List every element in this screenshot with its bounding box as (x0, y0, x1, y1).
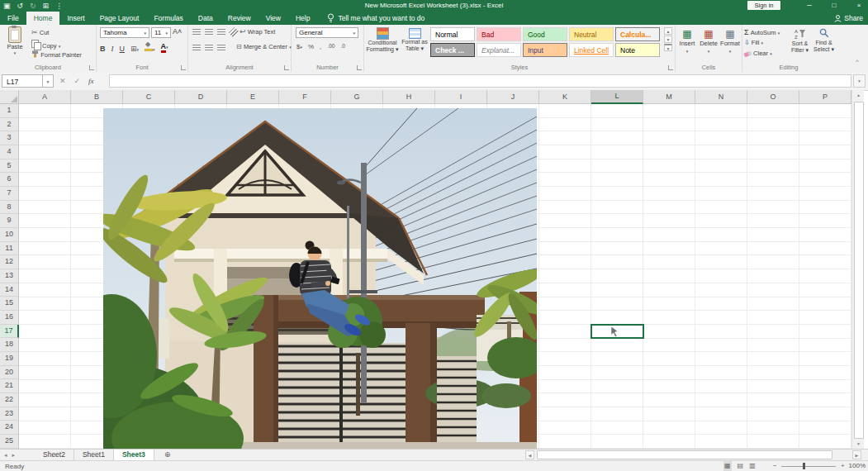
row-header-14[interactable]: 14 (0, 283, 19, 297)
align-left-button[interactable] (192, 45, 201, 51)
row-header-2[interactable]: 2 (0, 118, 19, 132)
column-header-K[interactable]: K (539, 90, 591, 104)
format-cells-button[interactable]: ▦ Format▾ (719, 25, 741, 61)
zoom-in-button[interactable]: + (841, 461, 845, 471)
row-header-9[interactable]: 9 (0, 214, 19, 228)
column-header-O[interactable]: O (747, 90, 799, 104)
style-neutral[interactable]: Neutral (569, 27, 614, 41)
horizontal-scroll-thumb[interactable] (537, 450, 832, 459)
column-header-M[interactable]: M (643, 90, 695, 104)
delete-cells-button[interactable]: ▦ Delete▾ (698, 25, 719, 61)
align-middle-button[interactable] (205, 29, 213, 36)
style-explanat-[interactable]: Explanat... (477, 43, 521, 57)
paste-dropdown-arrow[interactable]: ▾ (2, 50, 27, 55)
align-bottom-button[interactable] (217, 29, 225, 36)
tab-home[interactable]: Home (26, 12, 60, 25)
style-good[interactable]: Good (523, 27, 567, 41)
underline-button[interactable]: U (120, 45, 126, 53)
clipboard-dialog-launcher[interactable] (89, 65, 94, 70)
share-button[interactable]: Share (834, 12, 863, 25)
align-top-button[interactable] (192, 29, 201, 36)
column-header-D[interactable]: D (175, 90, 227, 104)
column-header-L[interactable]: L (591, 90, 643, 104)
paste-button[interactable]: Paste ▾ (2, 26, 27, 55)
number-dialog-launcher[interactable] (357, 65, 362, 70)
font-name-select[interactable]: Tahoma▾ (100, 27, 149, 38)
row-header-12[interactable]: 12 (0, 255, 19, 269)
autosum-button[interactable]: Σ AutoSum ▾ (744, 28, 780, 36)
formula-input[interactable] (109, 74, 851, 88)
tab-page-layout[interactable]: Page Layout (92, 12, 147, 25)
tell-me-box[interactable]: Tell me what you want to do (317, 12, 425, 25)
row-header-18[interactable]: 18 (0, 338, 19, 352)
merge-center-button[interactable]: ⊟ Merge & Center ▾ (236, 43, 292, 50)
tab-help[interactable]: Help (288, 12, 317, 25)
decrease-decimal-button[interactable]: .0 (340, 43, 344, 50)
row-header-8[interactable]: 8 (0, 201, 19, 215)
orientation-button[interactable] (229, 27, 240, 38)
vertical-scrollbar[interactable]: ▲ ▼ (851, 90, 864, 449)
format-as-table-button[interactable]: Format asTable ▾ (401, 28, 429, 52)
insert-cells-button[interactable]: ▦ Insert▾ (676, 25, 698, 61)
row-header-17[interactable]: 17 (0, 325, 19, 339)
percent-style-button[interactable]: % (308, 43, 314, 50)
collapse-ribbon-icon[interactable]: ^ (856, 58, 859, 65)
new-sheet-button[interactable]: ⊕ (164, 450, 171, 460)
zoom-out-button[interactable]: − (773, 461, 777, 471)
fill-color-button[interactable]: ▾ (145, 43, 155, 53)
row-header-15[interactable]: 15 (0, 297, 19, 311)
cut-button[interactable]: ✂ Cut (31, 28, 49, 36)
normal-view-icon[interactable]: ▦ (723, 461, 732, 471)
column-header-F[interactable]: F (279, 90, 331, 104)
alignment-dialog-launcher[interactable] (284, 65, 289, 70)
tab-data[interactable]: Data (191, 12, 221, 25)
sheet-tab-sheet2[interactable]: Sheet2 (35, 450, 74, 460)
italic-button[interactable]: I (111, 45, 114, 53)
cancel-icon[interactable]: ✕ (59, 77, 66, 85)
row-header-19[interactable]: 19 (0, 352, 19, 366)
style-linked-cell[interactable]: Linked Cell (569, 43, 614, 57)
style-normal[interactable]: Normal (430, 27, 475, 41)
grow-font-button[interactable]: A˄ (173, 27, 182, 36)
clear-button[interactable]: Clear ▾ (744, 50, 772, 57)
column-header-N[interactable]: N (695, 90, 747, 104)
increase-decimal-button[interactable]: .00 (327, 43, 334, 50)
close-button[interactable]: × (852, 0, 866, 12)
styles-gallery-scrollbar[interactable]: ▲▼▼ (664, 27, 672, 52)
column-header-G[interactable]: G (331, 90, 383, 104)
scroll-up-icon[interactable]: ▲ (852, 90, 865, 100)
column-header-H[interactable]: H (383, 90, 435, 104)
style-bad[interactable]: Bad (477, 27, 521, 41)
name-box[interactable]: L17 (2, 74, 43, 88)
row-header-5[interactable]: 5 (0, 159, 19, 174)
row-header-3[interactable]: 3 (0, 131, 19, 145)
scroll-right-icon[interactable]: ▶ (852, 450, 861, 459)
column-header-I[interactable]: I (435, 90, 487, 104)
fill-button[interactable]: ⇩ Fill ▾ (744, 39, 763, 46)
row-header-21[interactable]: 21 (0, 379, 19, 393)
style-note[interactable]: Note (615, 43, 660, 57)
row-header-10[interactable]: 10 (0, 228, 19, 242)
formula-bar-expand[interactable]: ▼ (853, 74, 866, 88)
tab-review[interactable]: Review (221, 12, 259, 25)
tab-file[interactable]: File (0, 12, 26, 25)
style-check-[interactable]: Check ... (430, 43, 475, 57)
sign-in-button[interactable]: Sign in (747, 1, 780, 10)
row-header-1[interactable]: 1 (0, 104, 19, 118)
styles-dialog-launcher[interactable] (668, 65, 673, 70)
find-select-button[interactable]: Find &Select ▾ (813, 28, 835, 53)
copy-button[interactable]: Copy ▾ (31, 40, 60, 50)
row-header-20[interactable]: 20 (0, 366, 19, 380)
font-dialog-launcher[interactable] (181, 65, 186, 70)
embedded-photo[interactable] (103, 108, 537, 449)
sheet-tab-sheet3[interactable]: Sheet3 (114, 450, 154, 460)
minimize-button[interactable]: ─ (803, 0, 816, 12)
name-box-dropdown[interactable]: ▼ (43, 74, 54, 88)
column-header-A[interactable]: A (19, 90, 71, 104)
accounting-format-button[interactable]: $▾ (296, 43, 302, 50)
page-break-view-icon[interactable]: ▥ (749, 461, 756, 471)
tab-formulas[interactable]: Formulas (146, 12, 190, 25)
column-header-P[interactable]: P (799, 90, 851, 104)
row-header-24[interactable]: 24 (0, 421, 19, 435)
row-header-4[interactable]: 4 (0, 145, 19, 159)
